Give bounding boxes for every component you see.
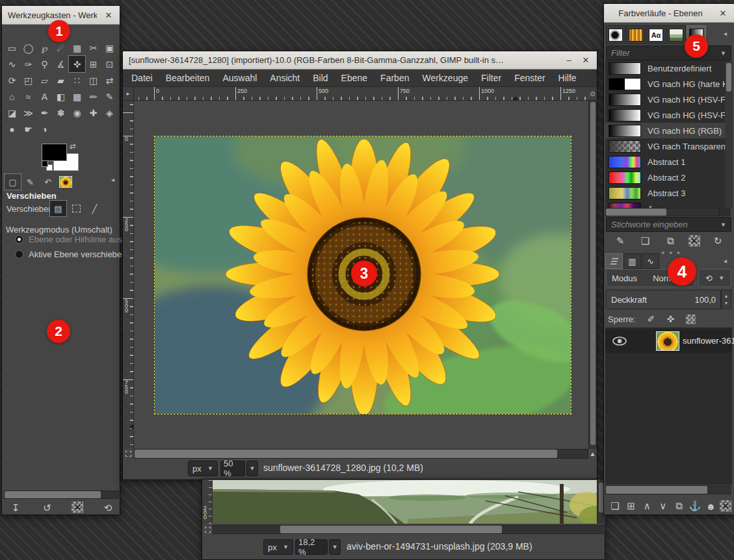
menu-hilfe[interactable]: Hilfe [552, 70, 583, 87]
tool-heal-icon[interactable]: ✚ [85, 105, 101, 121]
default-colors-icon[interactable] [42, 160, 48, 167]
tool-airbrush-icon[interactable]: ≫ [20, 105, 36, 121]
gradient-item[interactable]: Abstract 2 [605, 170, 731, 185]
collapse-panel-icon[interactable]: ◂ [724, 257, 727, 264]
menu-datei[interactable]: Datei [125, 70, 159, 87]
tool-ellipse-select-icon[interactable]: ◯ [20, 40, 36, 56]
layers-dock-tab-layers[interactable]: ☰ [605, 253, 623, 269]
tool-smudge-icon[interactable]: ☛ [20, 121, 36, 137]
tags-combo[interactable]: Stichworte eingeben ▼ [606, 217, 731, 232]
landscape-canvas[interactable] [213, 480, 597, 524]
gradient-filter-combo[interactable]: Filter ▼ [606, 45, 731, 60]
collapse-panel-icon[interactable]: ◂ [111, 176, 114, 183]
tool-shear-icon[interactable]: ▱ [36, 72, 53, 88]
duplicate-layer-icon[interactable]: ⧉ [672, 500, 686, 513]
toolbox-tab-image-preview[interactable] [57, 173, 74, 190]
menu-ebene[interactable]: Ebene [335, 70, 374, 87]
save-options-icon[interactable]: ↧ [8, 502, 23, 515]
delete-layer-icon[interactable]: ✕ [720, 500, 731, 512]
raise-layer-icon[interactable]: ∧ [640, 500, 654, 513]
opacity-slider[interactable]: Deckkraft 100,0 [606, 290, 721, 309]
unit-combo[interactable]: px▼ [263, 539, 293, 555]
gradient-item[interactable]: Abstract 3 [605, 185, 731, 201]
tool-bucket-fill-icon[interactable]: ◧ [53, 88, 69, 105]
close-icon[interactable]: ✕ [103, 10, 114, 20]
menu-auswahl[interactable]: Auswahl [216, 70, 263, 87]
layers-dock-tab-paths[interactable]: ∿ [642, 253, 659, 269]
lock-alpha-icon[interactable] [686, 314, 696, 324]
refresh-gradients-icon[interactable]: ↻ [711, 235, 725, 248]
horizontal-scrollbar[interactable] [134, 449, 588, 459]
tool-free-select-icon[interactable]: ℘ [36, 40, 53, 56]
move-selection-button[interactable] [68, 201, 85, 216]
new-layer-icon[interactable]: ❏ [608, 500, 622, 513]
tool-text-icon[interactable]: A [36, 88, 53, 105]
horizontal-ruler[interactable]: 025050075010001250 [134, 87, 588, 101]
menu-ansicht[interactable]: Ansicht [263, 70, 306, 87]
tool-rectangle-select-icon[interactable]: ▭ [4, 40, 20, 56]
delete-options-icon[interactable]: ✕ [72, 502, 83, 513]
opacity-spinner[interactable]: ▲▼ [721, 290, 731, 309]
anchor-layer-icon[interactable]: ⚓ [688, 500, 702, 513]
dock-titlebar[interactable]: Farbverläufe - Ebenen ✕ [604, 4, 734, 23]
zoom-combo-button[interactable]: ▼ [246, 461, 258, 476]
move-path-button[interactable]: ╱ [86, 201, 103, 216]
move-layer-button[interactable]: ▤ [50, 201, 66, 216]
tool-rotate-icon[interactable]: ⟳ [4, 72, 20, 88]
menu-filter[interactable]: Filter [475, 70, 508, 87]
lower-layer-icon[interactable]: ∨ [656, 500, 670, 513]
tool-mypaint-brush-icon[interactable]: ✽ [53, 105, 69, 121]
close-icon[interactable]: ✕ [718, 8, 728, 18]
quickmask-button[interactable] [123, 449, 134, 459]
tool-mode-option[interactable]: Aktive Ebene verschieben [15, 249, 128, 259]
layer-thumbnail[interactable] [656, 331, 679, 351]
toolbox-hscrollbar[interactable] [4, 490, 119, 499]
tool-paintbrush-icon[interactable]: ✎ [101, 88, 118, 105]
menu-bearbeiten[interactable]: Bearbeiten [159, 70, 216, 87]
edit-gradient-icon[interactable]: ✎ [613, 235, 627, 248]
menu-bild[interactable]: Bild [306, 70, 334, 87]
tool-pencil-icon[interactable]: ✏ [85, 88, 101, 105]
gradient-item[interactable]: Benutzerdefiniert [605, 60, 731, 76]
close-icon[interactable]: ✕ [581, 55, 591, 65]
tool-perspective-clone-icon[interactable]: ◈ [101, 105, 118, 121]
splitter-handle[interactable]: ● ● ● [661, 249, 681, 256]
radio-icon[interactable] [15, 250, 23, 259]
toolbox-tab-undo-history[interactable]: ↶ [39, 173, 57, 190]
tool-scissors-select-icon[interactable]: ✂ [85, 40, 101, 56]
ruler-corner-button[interactable]: ▸ [123, 87, 134, 101]
zoom-combo-button[interactable]: ▼ [329, 539, 341, 555]
tool-scale-icon[interactable]: ◰ [20, 72, 36, 88]
tool-mode-option[interactable]: Ebene oder Hilfslinie ausw [15, 235, 128, 244]
layer-name[interactable]: sunflower-361 [683, 336, 734, 346]
radio-icon[interactable] [15, 235, 23, 244]
tool-move-icon[interactable]: ✜ [69, 56, 85, 72]
visibility-eye-icon[interactable] [612, 337, 627, 346]
image-window-titlebar[interactable]: [sunflower-3614728_1280] (importiert)-10… [123, 51, 597, 70]
tool-measure-icon[interactable]: ∡ [53, 56, 69, 72]
tool-flip-icon[interactable]: ⇄ [101, 72, 118, 88]
tool-color-picker-icon[interactable]: ✑ [20, 56, 36, 72]
menu-fenster[interactable]: Fenster [508, 70, 551, 87]
layer-row[interactable]: sunflower-361 [605, 329, 732, 353]
tool-cage-transform-icon[interactable]: ⌂ [4, 88, 20, 105]
lock-pixels-icon[interactable]: ✐ [648, 314, 655, 324]
toolbox-tab-tool-options[interactable]: ▢ [4, 173, 21, 190]
layers-dock-tab-channels[interactable]: ▥ [623, 253, 641, 269]
dock-tab-patterns[interactable] [626, 25, 646, 44]
vertical-ruler[interactable]: 02 5 05 0 07 5 0 [123, 101, 134, 449]
reset-options-icon[interactable]: ⟲ [101, 502, 115, 515]
toolbox-tab-device-status[interactable]: ✎ [21, 173, 39, 190]
gradient-item[interactable]: VG nach HG (HSV-Farbto [605, 107, 731, 123]
tool-clone-icon[interactable]: ◉ [69, 105, 85, 121]
gradient-item[interactable]: VG nach HG (HSV-Farbto [605, 92, 731, 107]
gradient-item[interactable]: Abstract 1 [605, 154, 731, 170]
tool-ink-icon[interactable]: ✒ [36, 105, 53, 121]
gradient-item[interactable]: VG nach HG (harte Kante [605, 76, 731, 92]
lock-position-icon[interactable]: ✜ [666, 314, 674, 324]
menu-farben[interactable]: Farben [374, 70, 415, 87]
collapse-panel-icon[interactable]: ◂ [724, 30, 727, 37]
gradient-item[interactable]: VG nach HG (RGB) [605, 123, 731, 138]
tool-handle-transform-icon[interactable]: ◫ [85, 72, 101, 88]
delete-gradient-icon[interactable]: ✕ [688, 235, 700, 247]
